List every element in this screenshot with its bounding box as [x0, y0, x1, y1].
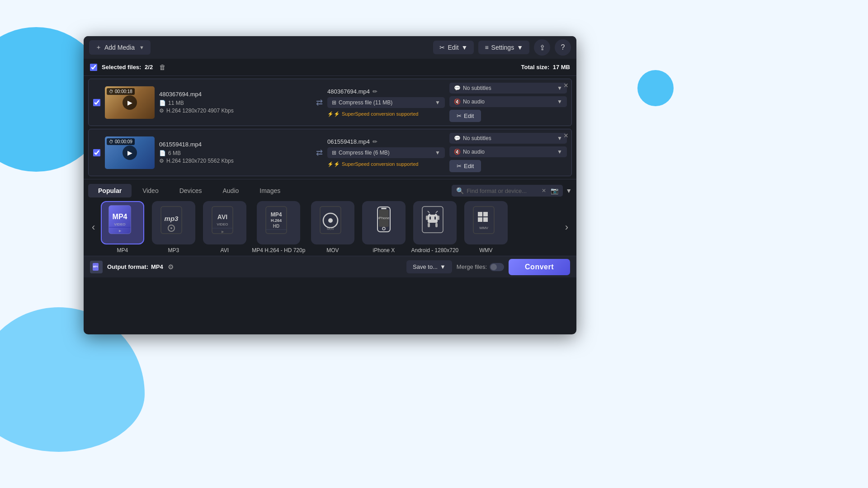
help-icon: ?: [561, 43, 565, 52]
svg-point-32: [435, 214, 437, 216]
format-label-mp3: MP3: [168, 247, 179, 253]
format-item-android[interactable]: Android - 1280x720: [411, 201, 458, 253]
file-1-audio-dropdown[interactable]: 🔇 No audio ▼: [449, 96, 567, 107]
format-label-wmv: WMV: [479, 247, 492, 253]
edit-button[interactable]: ✂ Edit ▼: [433, 41, 474, 54]
convert-arrow-1-icon: ⇄: [316, 98, 323, 108]
select-all-checkbox[interactable]: [90, 64, 97, 71]
svg-text:MP4: MP4: [93, 265, 98, 268]
file-2-play-button[interactable]: ▶: [123, 145, 137, 160]
tab-images[interactable]: Images: [250, 184, 290, 197]
file-1-compress-dropdown[interactable]: ⊞ Compress file (11 MB) ▼: [327, 97, 445, 108]
close-file-1-button[interactable]: ✕: [563, 82, 569, 89]
tab-audio[interactable]: Audio: [212, 184, 249, 197]
file-icon-2: 📄: [159, 150, 166, 156]
format-icon-android: [413, 201, 457, 244]
file-2-edit-button[interactable]: ✂ Edit: [449, 160, 481, 172]
format-icon-mov: MOV: [311, 201, 354, 244]
file-1-info: 480367694.mp4 📄 11 MB ⚙ H.264 1280x720 4…: [159, 91, 311, 114]
subtitles-icon: 💬: [454, 85, 461, 91]
file-1-edit-name-icon[interactable]: ✏: [373, 88, 377, 95]
file-2-subtitles-dropdown[interactable]: 💬 No subtitles ▼: [449, 133, 567, 144]
file-1-duration: ⏱ 00:00:18: [107, 88, 135, 95]
format-item-mp3[interactable]: mp3 MP3: [150, 201, 197, 253]
search-clear-icon[interactable]: ✕: [542, 188, 546, 194]
audio-chevron-icon: ▼: [557, 99, 562, 105]
delete-all-icon[interactable]: 🗑: [159, 63, 166, 71]
file-2-edit-name-icon[interactable]: ✏: [373, 138, 377, 145]
search-icon: 🔍: [456, 187, 464, 194]
svg-rect-44: [478, 217, 482, 222]
app-window: ＋ Add Media ▼ ✂ Edit ▼ ≡ Settings ▼ ⇪ ? …: [84, 36, 576, 334]
compress-chevron-icon-2: ▼: [435, 150, 440, 156]
file-2-superspeed: ⚡⚡ SuperSpeed conversion supported: [327, 161, 445, 167]
settings-button[interactable]: ≡ Settings ▼: [478, 41, 529, 54]
format-search-input[interactable]: [467, 188, 539, 194]
file-1-edit-button[interactable]: ✂ Edit: [449, 110, 481, 122]
svg-rect-38: [438, 216, 439, 220]
format-label-mov: MOV: [326, 247, 339, 253]
settings-icon: ≡: [485, 44, 488, 51]
carousel-prev-button[interactable]: ‹: [88, 221, 99, 233]
avi-svg: AVI VIDEO ▶: [208, 205, 241, 241]
svg-rect-27: [381, 208, 387, 209]
file-2-codec: ⚙ H.264 1280x720 5562 Kbps: [159, 158, 311, 164]
file-2-output-name: 061559418.mp4 ✏: [327, 138, 445, 145]
file-1-play-button[interactable]: ▶: [123, 95, 137, 110]
format-item-mp4hd[interactable]: MP4 H.264 HD MP4 H.264 - HD 720p: [252, 201, 305, 253]
codec-icon: ⚙: [159, 108, 164, 114]
format-tabs: Popular Video Devices Audio Images 🔍 ✕ 📷…: [88, 184, 572, 197]
svg-text:MP4: MP4: [271, 211, 282, 218]
svg-text:H.264: H.264: [271, 218, 282, 223]
add-media-button[interactable]: ＋ Add Media ▼: [89, 40, 151, 55]
file-1-checkbox[interactable]: [93, 99, 100, 106]
tab-video[interactable]: Video: [132, 184, 169, 197]
mov-svg: MOV: [316, 205, 349, 241]
file-1-size: 📄 11 MB: [159, 100, 311, 106]
svg-text:MP4: MP4: [112, 213, 127, 221]
close-file-2-button[interactable]: ✕: [563, 132, 569, 139]
format-section-chevron-icon[interactable]: ▼: [566, 187, 572, 194]
format-item-avi[interactable]: AVI VIDEO ▶ AVI: [201, 201, 248, 253]
format-section: Popular Video Devices Audio Images 🔍 ✕ 📷…: [84, 179, 576, 256]
save-to-chevron-icon: ▼: [440, 263, 446, 270]
plus-icon: ＋: [95, 43, 102, 52]
codec-icon-2: ⚙: [159, 158, 164, 164]
subtitles-chevron-icon: ▼: [557, 85, 562, 91]
tab-devices[interactable]: Devices: [170, 184, 212, 197]
format-item-iphone[interactable]: iPhone iPhone X: [360, 201, 407, 253]
merge-files-toggle[interactable]: [490, 263, 504, 271]
format-item-mov[interactable]: MOV MOV: [309, 201, 356, 253]
svg-text:iPhone: iPhone: [378, 216, 389, 220]
format-item-wmv[interactable]: WMV WMV: [462, 201, 509, 253]
clock-icon-2: ⏱: [109, 139, 113, 144]
compress-chevron-icon: ▼: [435, 99, 440, 106]
tab-popular[interactable]: Popular: [88, 184, 132, 197]
file-1-codec: ⚙ H.264 1280x720 4907 Kbps: [159, 108, 311, 114]
format-carousel: ‹ MP: [88, 201, 572, 253]
camera-icon[interactable]: 📷: [551, 187, 558, 194]
mp4hd-svg: MP4 H.264 HD: [262, 205, 295, 241]
svg-text:MOV: MOV: [327, 227, 334, 230]
scissors-icon: ✂: [439, 44, 445, 51]
carousel-next-button[interactable]: ›: [561, 221, 572, 233]
convert-button[interactable]: Convert: [509, 259, 570, 275]
settings-label: Settings: [491, 44, 514, 51]
file-1-subtitles-dropdown[interactable]: 💬 No subtitles ▼: [449, 83, 567, 94]
output-settings-gear-icon[interactable]: ⚙: [168, 263, 174, 271]
file-2-right-controls: 💬 No subtitles ▼ 🔇 No audio ▼ ✂ Edit: [449, 133, 567, 172]
file-1-thumbnail[interactable]: ⏱ 00:00:18 ▶: [105, 86, 155, 119]
format-search-bar: 🔍 ✕ 📷: [452, 185, 563, 197]
save-to-button[interactable]: Save to... ▼: [406, 260, 452, 273]
format-item-mp4[interactable]: MP4 VIDEO ▶ MP4: [99, 201, 146, 253]
file-1-output-name: 480367694.mp4 ✏: [327, 88, 445, 95]
format-items-list: MP4 VIDEO ▶ MP4 mp3: [99, 201, 561, 253]
file-1-name: 480367694.mp4: [159, 91, 311, 98]
file-2-compress-dropdown[interactable]: ⊞ Compress file (6 MB) ▼: [327, 147, 445, 158]
share-button[interactable]: ⇪: [534, 39, 550, 56]
file-2-audio-dropdown[interactable]: 🔇 No audio ▼: [449, 146, 567, 157]
file-2-checkbox[interactable]: [93, 149, 100, 156]
file-2-thumbnail[interactable]: ⏱ 00:00:09 ▶: [105, 136, 155, 169]
help-button[interactable]: ?: [555, 39, 571, 56]
format-label-iphone: iPhone X: [373, 247, 395, 253]
